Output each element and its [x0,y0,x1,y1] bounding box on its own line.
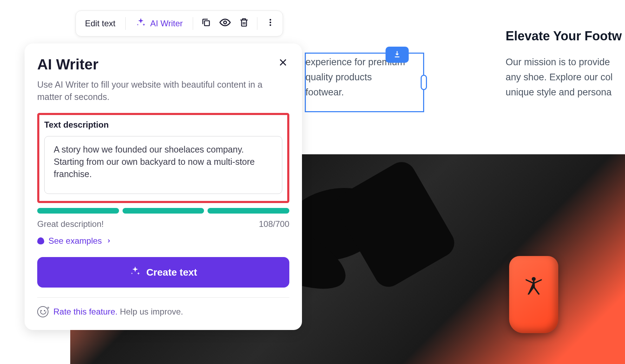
delete-button[interactable] [238,18,250,29]
text-selection-box[interactable] [305,53,424,112]
lightbulb-icon [37,237,44,244]
svg-point-6 [269,24,271,26]
description-section-highlight: Text description [37,113,289,203]
close-icon [278,57,288,70]
description-textarea[interactable] [44,136,282,194]
close-button[interactable] [277,56,289,70]
selection-resize-handle[interactable] [421,75,427,90]
toolbar-divider [193,17,193,30]
description-quality-indicator [37,208,289,214]
create-button-label: Create text [146,267,197,278]
toolbar-divider [125,17,126,30]
trash-icon [239,18,249,29]
shoe-lace-toggle [509,256,558,333]
rate-feature-section: + Rate this feature. Help us improve. [37,297,289,317]
ai-writer-panel: AI Writer Use AI Writer to fill your web… [25,43,302,330]
ai-writer-button[interactable]: AI Writer [133,15,186,32]
edit-text-label: Edit text [85,19,116,28]
editor-toolbar: Edit text AI Writer [75,11,283,36]
svg-point-4 [269,19,271,21]
svg-point-1 [224,21,226,24]
progress-bar-segment [37,208,119,214]
edit-text-button[interactable]: Edit text [82,16,118,31]
more-button[interactable] [264,18,276,29]
panel-header: AI Writer [37,56,289,73]
rate-feature-link[interactable]: Rate this feature. [53,307,118,316]
see-examples-label: See examples [48,236,102,246]
chevron-right-icon [106,236,112,246]
visibility-button[interactable] [219,18,231,29]
ai-writer-label: AI Writer [150,19,183,28]
more-vertical-icon [266,18,275,29]
sparkles-icon [130,265,141,279]
description-label: Text description [44,120,282,130]
panel-title: AI Writer [37,56,98,73]
download-badge[interactable] [386,47,409,63]
description-status: Great description! 108/700 [37,219,289,229]
copy-button[interactable] [200,18,212,29]
background-heading: Elevate Your Footw [506,29,622,43]
background-text-2: Our mission is to provide any shoe. Expl… [506,55,625,100]
svg-point-9 [532,277,535,281]
progress-bar-segment [123,208,204,214]
download-icon [393,50,401,59]
status-text: Great description! [37,219,104,229]
character-count: 108/700 [259,219,289,229]
panel-subtitle: Use AI Writer to fill your website with … [37,79,289,103]
copy-icon [201,18,211,29]
create-text-button[interactable]: Create text [37,257,289,288]
progress-bar-segment [208,208,289,214]
see-examples-link[interactable]: See examples [37,236,289,246]
smiley-plus-icon: + [37,306,48,317]
rate-help-text: Help us improve. [120,307,183,316]
svg-point-5 [269,22,271,23]
sparkles-icon [136,17,146,30]
toolbar-divider [257,17,257,30]
svg-rect-0 [204,21,209,26]
eye-icon [219,17,231,30]
